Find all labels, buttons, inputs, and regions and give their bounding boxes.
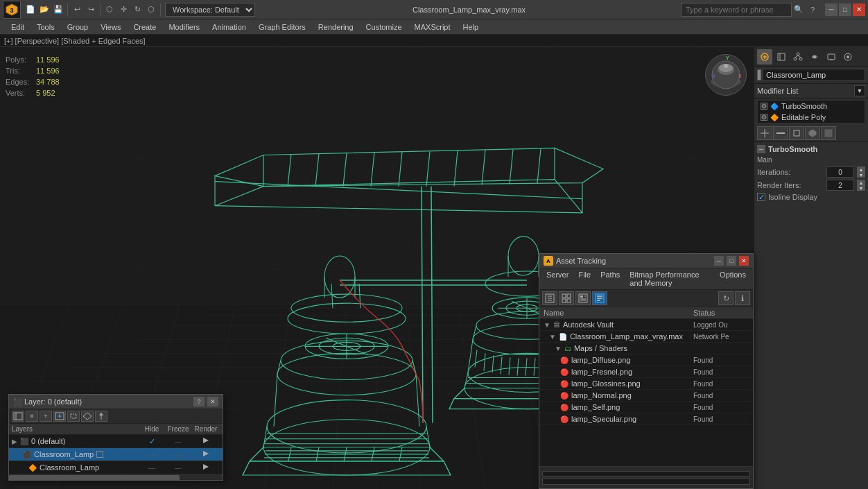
sub-border-btn[interactable] [789, 126, 804, 140]
at-tb-info-btn[interactable]: ℹ [735, 291, 750, 305]
search-button[interactable]: 🔍 [792, 3, 806, 17]
menu-create[interactable]: Create [128, 22, 162, 33]
layer-row-0-render[interactable] [192, 436, 220, 446]
panel-icon-modify[interactable] [774, 49, 789, 65]
rotate-button[interactable]: ↻ [130, 3, 144, 17]
at-tb-btn-4[interactable] [592, 291, 607, 305]
layer-delete-btn[interactable]: ✕ [26, 411, 38, 422]
isoline-checkbox[interactable]: ✓ [757, 193, 765, 201]
at-tb-btn-2[interactable] [559, 291, 574, 305]
minimize-button[interactable]: ─ [825, 3, 837, 16]
at-row-vault[interactable]: ▼ 🏛 Autodesk Vault Logged Ou [539, 319, 753, 331]
save-button[interactable]: 💾 [51, 3, 65, 17]
layer-help-btn[interactable]: ? [193, 397, 205, 406]
search-input[interactable] [681, 3, 792, 17]
menu-rendering[interactable]: Rendering [313, 22, 359, 33]
at-tb-btn-1[interactable] [542, 291, 557, 305]
at-row-file[interactable]: ▼ 📄 Classroom_Lamp_max_vray.max Network … [539, 331, 753, 343]
layer-add-sel-btn[interactable] [53, 411, 66, 422]
at-menu-options[interactable]: Options [715, 269, 750, 289]
at-row-specular[interactable]: 🔴 lamp_Specular.png Found [539, 413, 753, 425]
layer-close-btn[interactable]: ✕ [207, 397, 218, 406]
help-button[interactable]: ? [806, 3, 819, 17]
layer-row-1-render[interactable] [192, 449, 220, 459]
render-iters-up[interactable]: ▲ [857, 180, 865, 185]
layer-new-scene-btn[interactable] [12, 411, 24, 422]
render-iters-down[interactable]: ▼ [857, 185, 865, 191]
workspace-dropdown[interactable]: Workspace: DefaultWorkspace: Default [165, 3, 255, 17]
iterations-spinner[interactable] [826, 166, 854, 178]
layer-sel-obj-btn[interactable] [81, 411, 94, 422]
scale-button[interactable]: ⬡ [144, 3, 158, 17]
modifier-editablepoly-checkbox[interactable] [761, 114, 767, 121]
layer-row-0-freeze[interactable]: — [164, 438, 192, 445]
sub-vertex-btn[interactable] [757, 126, 772, 140]
menu-modifiers[interactable]: Modifiers [163, 22, 205, 33]
panel-icon-hierarchy[interactable] [790, 49, 806, 65]
layer-row-2-hide[interactable]: — [139, 464, 164, 472]
open-button[interactable]: 📂 [37, 3, 51, 17]
at-menu-server[interactable]: Server [542, 269, 573, 289]
layer-merge-btn[interactable] [95, 411, 107, 422]
panel-icon-display[interactable] [824, 49, 839, 65]
layer-row-2-freeze[interactable]: — [164, 464, 192, 472]
at-maximize-btn[interactable]: □ [727, 256, 736, 266]
at-row-self[interactable]: 🔴 lamp_Self.png Found [539, 402, 753, 413]
iterations-up[interactable]: ▲ [857, 166, 865, 172]
layer-row-1-hide[interactable]: — [139, 451, 164, 458]
layer-row-2-render[interactable] [192, 463, 220, 472]
sub-polygon-btn[interactable] [805, 126, 820, 140]
layer-add-btn[interactable]: + [40, 411, 52, 422]
at-tb-btn-3[interactable] [575, 291, 591, 305]
undo-button[interactable]: ↩ [70, 3, 84, 17]
at-row-diffuse[interactable]: 🔴 lamp_Diffuse.png Found [539, 354, 753, 366]
menu-help[interactable]: Help [458, 22, 485, 33]
at-row-normal[interactable]: 🔴 lamp_Normal.png Found [539, 390, 753, 402]
menu-animation[interactable]: Animation [207, 22, 252, 33]
iterations-down[interactable]: ▼ [857, 172, 865, 178]
at-menu-bitmap[interactable]: Bitmap Performance and Memory [625, 269, 714, 289]
menu-group[interactable]: Group [62, 22, 94, 33]
modifier-turbosmooth[interactable]: 🔷 TurboSmooth [758, 101, 865, 112]
sub-edge-btn[interactable] [773, 126, 788, 140]
panel-icon-create[interactable] [757, 49, 772, 65]
object-color-swatch[interactable] [757, 69, 761, 80]
new-button[interactable]: 📄 [24, 3, 37, 17]
at-minimize-btn[interactable]: ─ [714, 256, 724, 266]
layer-row-0-hide[interactable]: ✓ [139, 437, 164, 446]
menu-graph-editors[interactable]: Graph Editors [253, 22, 311, 33]
modifier-turbosmooth-checkbox[interactable] [761, 103, 767, 110]
at-menu-file[interactable]: File [574, 269, 595, 289]
at-row-glossines[interactable]: 🔴 lamp_Glossines.png Found [539, 378, 753, 390]
layer-row-0[interactable]: ▶ ⬛ 0 (default) ✓ — [9, 435, 223, 448]
section-collapse-btn[interactable]: ─ [757, 145, 765, 153]
object-name-input[interactable] [763, 69, 865, 81]
modifier-editablepoly[interactable]: 🔶 Editable Poly [758, 112, 865, 123]
layer-scrollbar[interactable] [9, 474, 223, 480]
panel-icon-motion[interactable] [807, 49, 822, 65]
panel-icon-utilities[interactable] [840, 49, 856, 65]
menu-tools[interactable]: Tools [31, 22, 60, 33]
close-button[interactable]: ✕ [853, 3, 865, 16]
at-menu-paths[interactable]: Paths [596, 269, 624, 289]
menu-customize[interactable]: Customize [361, 22, 408, 33]
at-tb-refresh-btn[interactable]: ↻ [718, 291, 734, 305]
at-row-maps[interactable]: ▼ 🗂 Maps / Shaders [539, 343, 753, 354]
sub-element-btn[interactable] [821, 126, 836, 140]
select-button[interactable]: ⬡ [103, 3, 116, 17]
render-iters-spinner[interactable] [826, 180, 854, 191]
layer-row-1[interactable]: ⬛ Classroom_Lamp — — [9, 448, 223, 461]
nav-gizmo[interactable]: X X Y [705, 54, 747, 96]
redo-button[interactable]: ↪ [84, 3, 98, 17]
menu-edit[interactable]: Edit [6, 22, 30, 33]
modifier-list-dropdown[interactable]: ▼ [854, 85, 865, 96]
maximize-button[interactable]: □ [839, 3, 851, 16]
at-close-btn[interactable]: ✕ [739, 256, 749, 266]
layer-row-1-freeze[interactable]: — [164, 451, 192, 458]
menu-views[interactable]: Views [95, 22, 126, 33]
move-button[interactable]: ✛ [116, 3, 130, 17]
layer-sel-in-btn[interactable] [67, 411, 80, 422]
at-row-fresnel[interactable]: 🔴 lamp_Fresnel.png Found [539, 366, 753, 378]
menu-maxscript[interactable]: MAXScript [409, 22, 456, 33]
layer-row-2[interactable]: 🔶 Classroom_Lamp — — [9, 461, 223, 474]
